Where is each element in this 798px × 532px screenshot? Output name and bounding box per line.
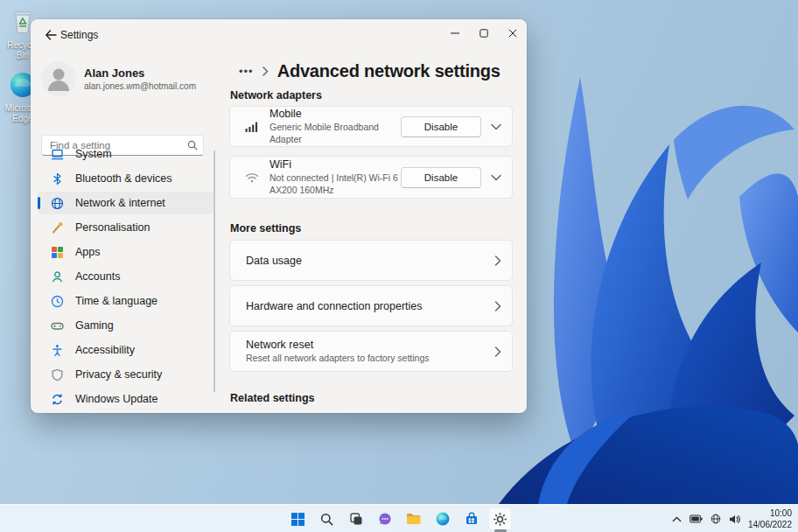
system-tray: 10:00 14/06/2022	[672, 505, 792, 532]
apps-grid-icon	[51, 246, 64, 259]
sidebar-item-label: Accounts	[75, 270, 120, 283]
avatar-person-icon	[41, 61, 76, 96]
taskbar-center-icons	[286, 505, 512, 532]
start-button[interactable]	[286, 508, 310, 530]
breadcrumb-chevron-icon	[262, 66, 269, 76]
navigate-chevron	[494, 301, 501, 312]
adapter-card-mobile[interactable]: Mobile Generic Mobile Broadband Adapter …	[229, 106, 513, 147]
sidebar-item-time-language[interactable]: Time & language	[38, 290, 214, 312]
data-usage-card[interactable]: Data usage	[229, 240, 513, 281]
disable-button[interactable]: Disable	[401, 116, 481, 137]
sidebar-item-gaming[interactable]: Gaming	[38, 314, 214, 337]
sidebar-item-label: Bluetooth & devices	[75, 172, 172, 185]
sidebar-scrollbar[interactable]	[214, 150, 215, 392]
network-globe-icon	[710, 514, 721, 524]
task-view-button[interactable]	[344, 508, 368, 530]
minimize-button[interactable]	[440, 21, 469, 46]
close-button[interactable]	[498, 21, 527, 46]
gear-icon	[493, 512, 508, 527]
sidebar-item-system[interactable]: System	[38, 143, 214, 165]
back-arrow-icon	[45, 30, 57, 40]
chevron-right-icon	[494, 301, 501, 312]
adapter-name: Mobile	[270, 108, 401, 120]
adapter-description: Not connected | Intel(R) Wi-Fi 6 AX200 1…	[270, 172, 401, 195]
disable-button[interactable]: Disable	[401, 167, 481, 188]
edge-icon	[436, 512, 450, 526]
card-title: Hardware and connection properties	[246, 300, 494, 312]
sidebar-item-windows-update[interactable]: Windows Update	[38, 388, 214, 410]
store-button[interactable]	[459, 508, 483, 530]
sidebar-item-label: Personalisation	[75, 221, 150, 234]
adapter-name: WiFi	[270, 158, 401, 171]
expand-chevron[interactable]	[491, 174, 501, 181]
sidebar-nav: System Bluetooth & devices Network & int…	[38, 143, 214, 412]
sidebar-item-label: Network & internet	[75, 197, 165, 209]
bluetooth-icon	[51, 172, 64, 186]
volume-tray-button[interactable]	[729, 514, 740, 524]
user-text: Alan Jones alan.jones.wm@hotmail.com	[84, 66, 196, 91]
hardware-properties-card[interactable]: Hardware and connection properties	[229, 285, 513, 326]
sidebar-item-privacy-security[interactable]: Privacy & security	[38, 363, 214, 386]
breadcrumb: ••• Advanced network settings	[239, 58, 500, 84]
close-icon	[508, 29, 517, 38]
network-reset-card[interactable]: Network reset Reset all network adapters…	[229, 331, 513, 372]
chevron-down-icon	[491, 123, 501, 130]
wifi-icon	[244, 172, 260, 183]
sidebar-item-label: Gaming	[75, 319, 114, 332]
network-tray-button[interactable]	[710, 514, 721, 524]
sidebar-item-accessibility[interactable]: Accessibility	[38, 339, 214, 361]
clock[interactable]: 10:00 14/06/2022	[748, 508, 792, 530]
back-button[interactable]	[39, 25, 62, 45]
accounts-person-icon	[51, 270, 64, 284]
card-text: Network reset Reset all network adapters…	[246, 339, 494, 364]
card-title: Data usage	[246, 255, 494, 267]
sidebar-item-label: Windows Update	[75, 393, 158, 405]
edge-button[interactable]	[430, 508, 454, 530]
chevron-right-icon	[494, 346, 501, 357]
file-explorer-button[interactable]	[402, 508, 425, 530]
minimize-icon	[451, 29, 459, 38]
breadcrumb-overflow-button[interactable]: •••	[239, 65, 254, 78]
file-explorer-icon	[406, 513, 421, 525]
clock-time: 10:00	[748, 508, 792, 519]
adapter-card-wifi[interactable]: WiFi Not connected | Intel(R) Wi-Fi 6 AX…	[229, 156, 513, 199]
section-heading-more-settings: More settings	[230, 222, 301, 234]
battery-tray-button[interactable]	[690, 514, 703, 523]
search-icon	[320, 513, 333, 526]
network-globe-icon	[51, 197, 64, 210]
task-view-icon	[349, 512, 363, 526]
user-profile[interactable]: Alan Jones alan.jones.wm@hotmail.com	[41, 60, 207, 98]
show-hidden-icons-button[interactable]	[672, 516, 682, 522]
adapter-text: Mobile Generic Mobile Broadband Adapter	[270, 108, 401, 144]
maximize-button[interactable]	[469, 21, 498, 46]
window-title: Settings	[60, 19, 98, 51]
sidebar-item-label: System	[75, 148, 112, 160]
sidebar-item-apps[interactable]: Apps	[38, 241, 214, 263]
volume-icon	[729, 514, 740, 524]
sidebar-item-bluetooth-devices[interactable]: Bluetooth & devices	[38, 167, 214, 190]
settings-button[interactable]	[488, 508, 512, 530]
chat-button[interactable]	[373, 508, 396, 530]
user-email: alan.jones.wm@hotmail.com	[84, 81, 196, 91]
windows-update-icon	[51, 393, 64, 406]
window-controls	[440, 21, 527, 46]
sidebar-item-personalisation[interactable]: Personalisation	[38, 216, 214, 239]
card-text: Data usage	[246, 255, 494, 267]
titlebar: Settings	[31, 19, 527, 51]
navigate-chevron	[494, 256, 501, 266]
navigate-chevron	[494, 346, 501, 357]
clock-date: 14/06/2022	[748, 519, 792, 530]
adapter-description: Generic Mobile Broadband Adapter	[270, 122, 401, 144]
user-name: Alan Jones	[84, 66, 196, 80]
mobile-signal-icon	[244, 121, 260, 133]
chevron-up-icon	[672, 516, 682, 522]
sidebar-item-accounts[interactable]: Accounts	[38, 265, 214, 288]
windows-start-icon	[291, 513, 304, 526]
taskbar-search-button[interactable]	[315, 508, 339, 530]
expand-chevron[interactable]	[491, 123, 501, 130]
clock-icon	[51, 295, 64, 308]
sidebar-item-network-internet[interactable]: Network & internet	[38, 192, 214, 214]
sidebar-item-label: Time & language	[75, 295, 158, 307]
personalisation-brush-icon	[51, 221, 64, 234]
main-pane: ••• Advanced network settings Network ad…	[229, 51, 513, 413]
